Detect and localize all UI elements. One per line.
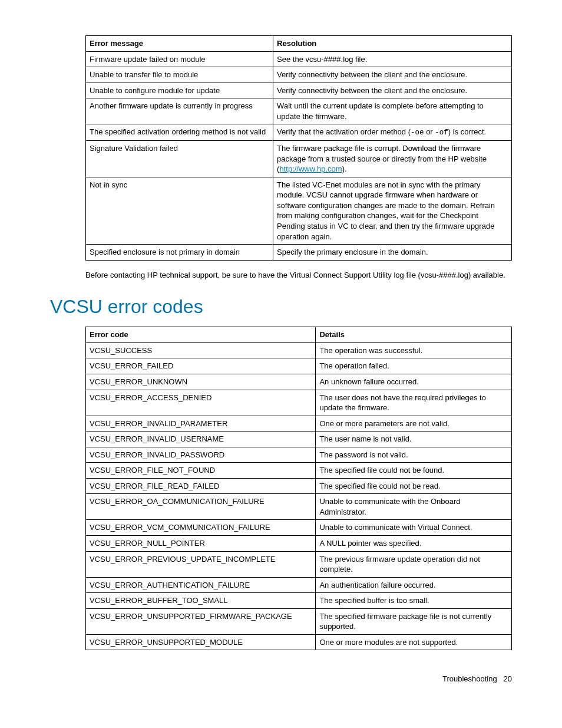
details-cell: The specified firmware package file is n… bbox=[316, 608, 512, 634]
error-code-cell: VCSU_ERROR_AUTHENTICATION_FAILURE bbox=[86, 577, 316, 593]
details-cell: The operation failed. bbox=[316, 358, 512, 374]
resolution-cell: Wait until the current update is complet… bbox=[273, 98, 512, 124]
details-cell: The operation was successful. bbox=[316, 342, 512, 358]
details-cell: Unable to communicate with Virtual Conne… bbox=[316, 520, 512, 536]
resolution-cell: Specify the primary enclosure in the dom… bbox=[273, 245, 512, 261]
table-row: VCSU_ERROR_VCM_COMMUNICATION_FAILUREUnab… bbox=[86, 520, 512, 536]
details-cell: The specified file could not be found. bbox=[316, 463, 512, 479]
details-cell: The specified buffer is too small. bbox=[316, 593, 512, 609]
details-cell: One or more parameters are not valid. bbox=[316, 416, 512, 431]
error-code-cell: VCSU_ERROR_ACCESS_DENIED bbox=[86, 390, 316, 416]
error-code-cell: VCSU_ERROR_INVALID_USERNAME bbox=[86, 431, 316, 447]
error-code-cell: VCSU_ERROR_INVALID_PASSWORD bbox=[86, 447, 316, 463]
resolution-cell: The listed VC-Enet modules are not in sy… bbox=[273, 177, 512, 244]
table-header: Error code bbox=[86, 327, 316, 343]
details-cell: The user does not have the required priv… bbox=[316, 390, 512, 416]
details-cell: Unable to communicate with the Onboard A… bbox=[316, 494, 512, 520]
table-row: VCSU_ERROR_FAILEDThe operation failed. bbox=[86, 358, 512, 374]
error-code-cell: VCSU_ERROR_NULL_POINTER bbox=[86, 536, 316, 552]
details-cell: The previous firmware update operation d… bbox=[316, 551, 512, 577]
details-cell: The password is not valid. bbox=[316, 447, 512, 463]
resolution-cell: Verify that the activation order method … bbox=[273, 124, 512, 141]
details-cell: An unknown failure occurred. bbox=[316, 374, 512, 390]
table-row: VCSU_ERROR_UNSUPPORTED_FIRMWARE_PACKAGET… bbox=[86, 608, 512, 634]
table-row: Unable to transfer file to module Verify… bbox=[86, 67, 512, 83]
footer-section: Troubleshooting bbox=[442, 674, 497, 683]
table-header: Details bbox=[316, 327, 512, 343]
error-message-cell: Firmware update failed on module bbox=[86, 51, 273, 67]
resolution-cell: Verify connectivity between the client a… bbox=[273, 67, 512, 83]
support-note: Before contacting HP technical support, … bbox=[85, 270, 512, 281]
error-message-cell: The specified activation ordering method… bbox=[86, 124, 273, 141]
error-code-cell: VCSU_ERROR_UNSUPPORTED_FIRMWARE_PACKAGE bbox=[86, 608, 316, 634]
details-cell: A NULL pointer was specified. bbox=[316, 536, 512, 552]
table-row: VCSU_SUCCESSThe operation was successful… bbox=[86, 342, 512, 358]
error-message-cell: Unable to transfer file to module bbox=[86, 67, 273, 83]
table-row: VCSU_ERROR_BUFFER_TOO_SMALLThe specified… bbox=[86, 593, 512, 609]
error-code-cell: VCSU_ERROR_OA_COMMUNICATION_FAILURE bbox=[86, 494, 316, 520]
table-row: VCSU_ERROR_PREVIOUS_UPDATE_INCOMPLETEThe… bbox=[86, 551, 512, 577]
resolution-cell: Verify connectivity between the client a… bbox=[273, 83, 512, 98]
resolution-cell: See the vcsu-####.log file. bbox=[273, 51, 512, 67]
details-cell: The user name is not valid. bbox=[316, 431, 512, 447]
details-cell: An authentication failure occurred. bbox=[316, 577, 512, 593]
table-row: VCSU_ERROR_OA_COMMUNICATION_FAILUREUnabl… bbox=[86, 494, 512, 520]
error-code-table: Error code Details VCSU_SUCCESSThe opera… bbox=[85, 327, 512, 650]
error-code-cell: VCSU_ERROR_FAILED bbox=[86, 358, 316, 374]
error-message-cell: Specified enclosure is not primary in do… bbox=[86, 245, 273, 261]
table-header: Error message bbox=[86, 36, 273, 52]
table-row: Not in sync The listed VC-Enet modules a… bbox=[86, 177, 512, 244]
table-row: VCSU_ERROR_FILE_READ_FAILEDThe specified… bbox=[86, 478, 512, 494]
error-code-cell: VCSU_SUCCESS bbox=[86, 342, 316, 358]
error-code-cell: VCSU_ERROR_BUFFER_TOO_SMALL bbox=[86, 593, 316, 609]
table-row: Signature Validation failed The firmware… bbox=[86, 141, 512, 177]
table-row: Another firmware update is currently in … bbox=[86, 98, 512, 124]
details-cell: One or more modules are not supported. bbox=[316, 634, 512, 650]
error-code-cell: VCSU_ERROR_UNSUPPORTED_MODULE bbox=[86, 634, 316, 650]
hp-website-link[interactable]: http://www.hp.com bbox=[279, 164, 342, 173]
table-row: VCSU_ERROR_NULL_POINTERA NULL pointer wa… bbox=[86, 536, 512, 552]
table-row: VCSU_ERROR_INVALID_PARAMETEROne or more … bbox=[86, 416, 512, 431]
table-row: VCSU_ERROR_AUTHENTICATION_FAILUREAn auth… bbox=[86, 577, 512, 593]
error-message-cell: Unable to configure module for update bbox=[86, 83, 273, 98]
footer-page-number: 20 bbox=[504, 674, 512, 683]
error-code-cell: VCSU_ERROR_INVALID_PARAMETER bbox=[86, 416, 316, 431]
table-row: The specified activation ordering method… bbox=[86, 124, 512, 141]
resolution-cell: The firmware package file is corrupt. Do… bbox=[273, 141, 512, 177]
page-footer: Troubleshooting 20 bbox=[50, 674, 512, 684]
section-heading: VCSU error codes bbox=[50, 294, 512, 319]
table-row: Firmware update failed on module See the… bbox=[86, 51, 512, 67]
error-code-cell: VCSU_ERROR_UNKNOWN bbox=[86, 374, 316, 390]
table-row: Specified enclosure is not primary in do… bbox=[86, 245, 512, 261]
error-message-cell: Not in sync bbox=[86, 177, 273, 244]
table-header: Resolution bbox=[273, 36, 512, 52]
error-code-cell: VCSU_ERROR_PREVIOUS_UPDATE_INCOMPLETE bbox=[86, 551, 316, 577]
table-row: VCSU_ERROR_FILE_NOT_FOUNDThe specified f… bbox=[86, 463, 512, 479]
table-row: Unable to configure module for update Ve… bbox=[86, 83, 512, 98]
table-row: VCSU_ERROR_INVALID_PASSWORDThe password … bbox=[86, 447, 512, 463]
table-row: VCSU_ERROR_UNKNOWNAn unknown failure occ… bbox=[86, 374, 512, 390]
error-code-cell: VCSU_ERROR_VCM_COMMUNICATION_FAILURE bbox=[86, 520, 316, 536]
error-code-cell: VCSU_ERROR_FILE_NOT_FOUND bbox=[86, 463, 316, 479]
error-message-table: Error message Resolution Firmware update… bbox=[85, 35, 512, 261]
details-cell: The specified file could not be read. bbox=[316, 478, 512, 494]
table-row: VCSU_ERROR_ACCESS_DENIEDThe user does no… bbox=[86, 390, 512, 416]
error-message-cell: Signature Validation failed bbox=[86, 141, 273, 177]
error-message-cell: Another firmware update is currently in … bbox=[86, 98, 273, 124]
table-row: VCSU_ERROR_INVALID_USERNAMEThe user name… bbox=[86, 431, 512, 447]
error-code-cell: VCSU_ERROR_FILE_READ_FAILED bbox=[86, 478, 316, 494]
table-row: VCSU_ERROR_UNSUPPORTED_MODULEOne or more… bbox=[86, 634, 512, 650]
